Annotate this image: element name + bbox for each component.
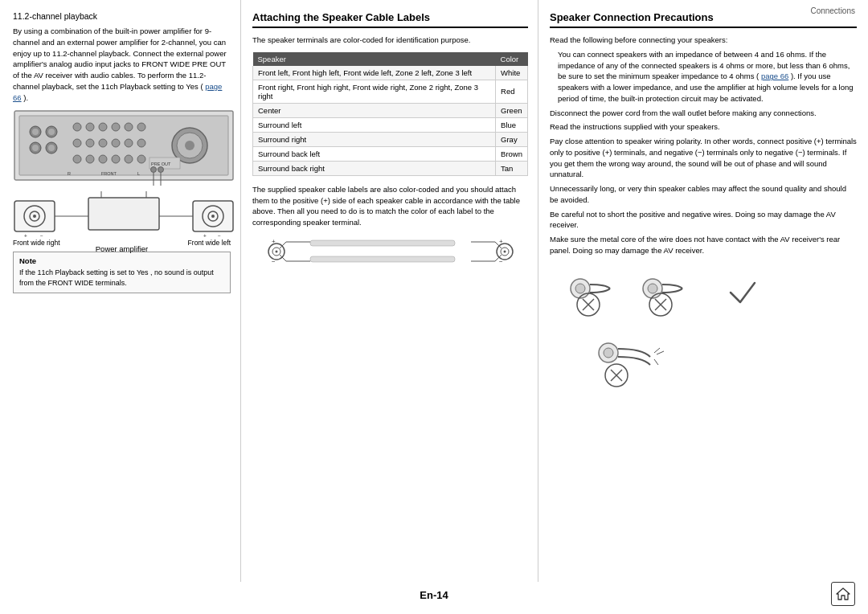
color-cell: Blue: [496, 117, 528, 132]
middle-column: Attaching the Speaker Cable Labels The s…: [241, 0, 538, 582]
table-row: Surround leftBlue: [253, 117, 528, 132]
cable-diagram: + − + −: [252, 236, 528, 267]
note-text: If the 11ch Playback setting is set to Y…: [19, 268, 224, 288]
svg-text:+: +: [499, 238, 503, 245]
color-cell: Red: [496, 80, 528, 103]
speaker-cell: Front left, Front high left, Front wide …: [253, 66, 496, 80]
color-cell: White: [496, 66, 528, 80]
color-cell: Gray: [496, 132, 528, 146]
svg-text:+: +: [272, 238, 276, 245]
svg-point-30: [185, 141, 194, 150]
svg-point-17: [86, 139, 94, 147]
speaker-cell: Center: [253, 103, 496, 117]
svg-marker-95: [837, 588, 850, 600]
svg-point-16: [73, 139, 81, 147]
cable-diagram-svg: + − + −: [262, 236, 519, 267]
svg-point-59: [275, 250, 277, 252]
svg-point-7: [32, 145, 39, 151]
svg-point-21: [137, 139, 145, 147]
svg-point-25: [112, 155, 120, 163]
color-cell: Brown: [496, 146, 528, 161]
svg-text:−: −: [272, 258, 276, 265]
speaker-table: Speaker Color Front left, Front high lef…: [252, 52, 528, 176]
right-para-1: You can connect speakers with an impedan…: [558, 49, 857, 104]
svg-point-26: [125, 155, 133, 163]
svg-point-9: [48, 145, 55, 151]
right-para-5: Unnecessarily long, or very thin speaker…: [550, 183, 857, 206]
table-row: Front right, Front high right, Front wid…: [253, 80, 528, 103]
note-title: Note: [19, 256, 224, 265]
svg-point-13: [112, 123, 120, 131]
svg-point-19: [112, 139, 120, 147]
right-para-4: Pay close attention to speaker wiring po…: [550, 136, 857, 180]
color-cell: Green: [496, 103, 528, 117]
svg-point-34: [158, 167, 164, 173]
wire-diagram-svg: + − + −: [13, 190, 235, 246]
speaker-cell: Surround right: [253, 132, 496, 146]
svg-text:+: +: [203, 233, 207, 239]
svg-rect-65: [310, 256, 455, 262]
table-row: Front left, Front high left, Front wide …: [253, 66, 528, 80]
mid-body: The supplied speaker cable labels are al…: [252, 184, 528, 228]
svg-text:R: R: [68, 171, 71, 176]
speaker-cell: Front right, Front high right, Front wid…: [253, 80, 496, 103]
col-header-color: Color: [496, 52, 528, 66]
svg-point-33: [151, 167, 157, 173]
left-body-text: By using a combination of the built-in p…: [13, 26, 231, 103]
svg-point-78: [575, 284, 585, 293]
svg-point-24: [99, 155, 107, 163]
main-layout: 11.2-channel playback By using a combina…: [0, 0, 868, 582]
svg-point-14: [125, 123, 133, 131]
svg-rect-40: [88, 198, 159, 230]
svg-point-27: [137, 155, 145, 163]
left-subtitle: 11.2-channel playback: [13, 11, 231, 21]
page-link-right[interactable]: page 66: [761, 72, 788, 80]
color-cell: Tan: [496, 161, 528, 175]
right-title: Speaker Connection Precautions: [550, 11, 857, 28]
right-para-6: Be careful not to short the positive and…: [550, 209, 857, 231]
svg-text:−: −: [499, 258, 503, 265]
svg-point-88: [604, 348, 613, 358]
col-header-speaker: Speaker: [253, 52, 496, 66]
svg-point-46: [33, 215, 36, 218]
svg-point-11: [86, 123, 94, 131]
speaker-cell: Surround back left: [253, 146, 496, 161]
svg-text:FRONT: FRONT: [101, 171, 117, 176]
wire-connection-diagrams: [550, 264, 857, 409]
svg-text:−: −: [218, 233, 221, 239]
right-para-2: Disconnect the power cord from the wall …: [550, 108, 857, 119]
right-para-7: Make sure the metal core of the wire doe…: [550, 234, 857, 256]
svg-point-23: [86, 155, 94, 163]
svg-line-93: [657, 351, 664, 354]
table-row: Surround back leftBrown: [253, 146, 528, 161]
svg-text:+: +: [24, 233, 27, 239]
speaker-cell: Surround back right: [253, 161, 496, 175]
svg-point-15: [137, 123, 145, 131]
svg-point-83: [648, 284, 657, 293]
table-row: Surround rightGray: [253, 132, 528, 146]
svg-text:−: −: [40, 233, 43, 239]
page-link-66[interactable]: page 66: [13, 82, 222, 102]
wire-connection-svg: [550, 264, 807, 409]
svg-point-18: [99, 139, 107, 147]
svg-text:PRE OUT: PRE OUT: [151, 162, 171, 166]
mid-intro: The speaker terminals are color-coded fo…: [252, 35, 528, 46]
svg-point-20: [125, 139, 133, 147]
left-column: 11.2-channel playback By using a combina…: [0, 0, 241, 582]
svg-point-10: [73, 123, 81, 131]
home-icon: [836, 587, 850, 600]
svg-text:L: L: [137, 171, 140, 176]
table-row: CenterGreen: [253, 103, 528, 117]
note-box: Note If the 11ch Playback setting is set…: [13, 252, 231, 293]
right-column: Speaker Connection Precautions Read the …: [538, 0, 868, 582]
speaker-cell: Surround left: [253, 117, 496, 132]
svg-rect-64: [310, 240, 455, 246]
svg-point-12: [99, 123, 107, 131]
right-para-3: Read the instructions supplied with your…: [550, 121, 857, 133]
svg-line-94: [654, 359, 658, 365]
svg-point-5: [48, 129, 55, 135]
svg-point-52: [211, 215, 215, 218]
svg-line-92: [654, 348, 660, 353]
mid-title: Attaching the Speaker Cable Labels: [252, 11, 528, 28]
home-button[interactable]: [831, 582, 855, 606]
